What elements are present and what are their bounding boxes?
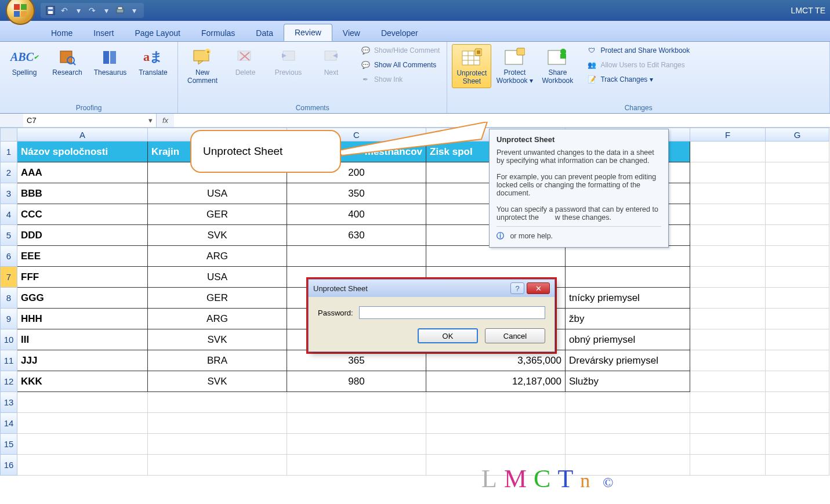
tab-formulas[interactable]: Formulas [191, 25, 245, 41]
cell-F15[interactable] [690, 434, 766, 455]
spelling-button[interactable]: ABC✔ Spelling [5, 44, 44, 79]
row-header-1[interactable]: 1 [0, 142, 17, 162]
cell-B15[interactable] [148, 434, 287, 455]
cell-F2[interactable] [690, 162, 766, 183]
row-header-2[interactable]: 2 [0, 162, 17, 183]
cell-E12[interactable]: Služby [566, 371, 690, 392]
cell-G6[interactable] [766, 246, 829, 267]
cell-G7[interactable] [766, 267, 829, 288]
cell-B16[interactable] [148, 455, 287, 476]
cell-B8[interactable]: GER [148, 288, 287, 309]
cell-A8[interactable]: GGG [17, 288, 148, 309]
cell-F14[interactable] [690, 413, 766, 434]
cell-C15[interactable] [287, 434, 426, 455]
select-all-corner[interactable] [0, 128, 17, 142]
dialog-titlebar[interactable]: Unprotect Sheet ? ✕ [309, 280, 554, 297]
name-box-input[interactable] [27, 116, 61, 125]
cell-A2[interactable]: AAA [17, 162, 148, 183]
cell-C13[interactable] [287, 392, 426, 413]
row-header-16[interactable]: 16 [0, 455, 17, 476]
cell-B7[interactable]: USA [148, 267, 287, 288]
cell-G5[interactable] [766, 225, 829, 246]
cell-A6[interactable]: EEE [17, 246, 148, 267]
cancel-button[interactable]: Cancel [485, 328, 545, 343]
cell-F4[interactable] [690, 204, 766, 225]
cell-F16[interactable] [690, 455, 766, 476]
track-changes-button[interactable]: 📝Track Changes ▾ [584, 73, 692, 86]
password-input[interactable] [359, 306, 545, 319]
tab-view[interactable]: View [332, 25, 371, 41]
cell-F10[interactable] [690, 329, 766, 350]
cell-B10[interactable]: SVK [148, 329, 287, 350]
cell-G10[interactable] [766, 329, 829, 350]
tab-home[interactable]: Home [41, 25, 83, 41]
cell-B9[interactable]: ARG [148, 309, 287, 329]
row-header-11[interactable]: 11 [0, 350, 17, 371]
cell-C12[interactable]: 980 [287, 371, 426, 392]
formula-input[interactable] [174, 114, 830, 127]
row-header-6[interactable]: 6 [0, 246, 17, 267]
cell-D15[interactable] [426, 434, 566, 455]
cell-F9[interactable] [690, 309, 766, 329]
cell-F13[interactable] [690, 392, 766, 413]
cell-C14[interactable] [287, 413, 426, 434]
cell-F5[interactable] [690, 225, 766, 246]
cell-A9[interactable]: HHH [17, 309, 148, 329]
cell-E6[interactable] [566, 246, 690, 267]
cell-G3[interactable] [766, 183, 829, 204]
cell-E15[interactable] [566, 434, 690, 455]
cell-G1[interactable] [766, 142, 829, 162]
qat-print-icon[interactable] [114, 4, 126, 17]
qat-customize-icon[interactable]: ▾ [128, 4, 140, 17]
qat-save-icon[interactable] [44, 4, 57, 17]
dialog-help-button[interactable]: ? [510, 282, 524, 294]
cell-header-A[interactable]: Názov spoločnosti [17, 142, 148, 162]
row-header-7[interactable]: 7 [0, 267, 17, 288]
name-box[interactable]: ▾ [23, 114, 157, 127]
cell-G14[interactable] [766, 413, 829, 434]
cell-F12[interactable] [690, 371, 766, 392]
row-header-12[interactable]: 12 [0, 371, 17, 392]
column-header-F[interactable]: F [690, 128, 766, 142]
cell-A10[interactable]: III [17, 329, 148, 350]
cell-E9[interactable]: žby [566, 309, 690, 329]
cell-F6[interactable] [690, 246, 766, 267]
cell-E10[interactable]: obný priemysel [566, 329, 690, 350]
cell-A16[interactable] [17, 455, 148, 476]
row-header-15[interactable]: 15 [0, 434, 17, 455]
cell-A11[interactable]: JJJ [17, 350, 148, 371]
cell-F7[interactable] [690, 267, 766, 288]
cell-B12[interactable]: SVK [148, 371, 287, 392]
cell-E11[interactable]: Drevársky priemysel [566, 350, 690, 371]
cell-G13[interactable] [766, 392, 829, 413]
cell-F8[interactable] [690, 288, 766, 309]
cell-A15[interactable] [17, 434, 148, 455]
tab-developer[interactable]: Developer [371, 25, 429, 41]
cell-F3[interactable] [690, 183, 766, 204]
row-header-3[interactable]: 3 [0, 183, 17, 204]
cell-F1[interactable] [690, 142, 766, 162]
qat-undo-dd-icon[interactable]: ▾ [72, 4, 85, 17]
cell-A13[interactable] [17, 392, 148, 413]
share-workbook-button[interactable]: Share Workbook [538, 44, 577, 87]
show-all-comments-button[interactable]: 💬Show All Comments [358, 59, 442, 71]
column-header-A[interactable]: A [17, 128, 148, 142]
cell-B11[interactable]: BRA [148, 350, 287, 371]
fx-icon[interactable]: fx [162, 116, 168, 125]
cell-A3[interactable]: BBB [17, 183, 148, 204]
cell-D12[interactable]: 12,187,000 [426, 371, 566, 392]
tab-insert[interactable]: Insert [83, 25, 124, 41]
cell-G4[interactable] [766, 204, 829, 225]
row-header-5[interactable]: 5 [0, 225, 17, 246]
row-header-14[interactable]: 14 [0, 413, 17, 434]
cell-E7[interactable] [566, 267, 690, 288]
cell-B14[interactable] [148, 413, 287, 434]
tab-data[interactable]: Data [245, 25, 284, 41]
cell-B13[interactable] [148, 392, 287, 413]
cell-A14[interactable] [17, 413, 148, 434]
cell-G12[interactable] [766, 371, 829, 392]
translate-button[interactable]: aま Translate [133, 44, 173, 79]
cell-D14[interactable] [426, 413, 566, 434]
row-header-4[interactable]: 4 [0, 204, 17, 225]
unprotect-sheet-button[interactable]: Unprotect Sheet [452, 44, 491, 88]
